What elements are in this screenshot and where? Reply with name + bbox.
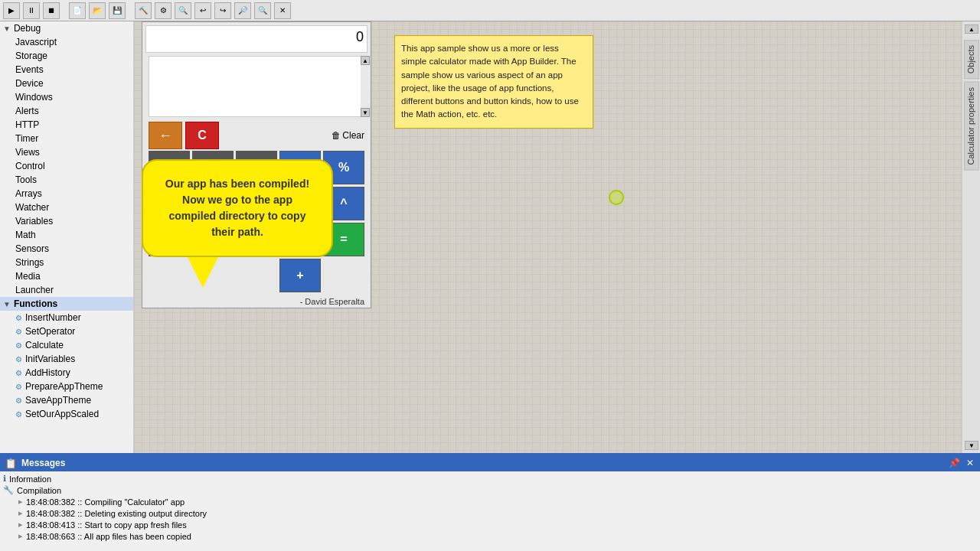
toolbar-btn-pause[interactable]: ⏸ [23, 2, 40, 19]
messages-icon: 📋 [5, 458, 17, 469]
toolbar-btn-close[interactable]: ✕ [274, 2, 291, 19]
sidebar-item-setourappscaled[interactable]: ⚙ SetOurAppScaled [0, 407, 133, 421]
sidebar-item-prepareapptheme[interactable]: ⚙ PrepareAppTheme [0, 380, 133, 393]
toolbar-btn-redo[interactable]: ↪ [214, 2, 231, 19]
messages-pin-btn[interactable]: 📌 [947, 458, 962, 468]
sidebar-label-control: Control [15, 161, 45, 171]
sidebar-label-sensors: Sensors [15, 243, 49, 254]
sidebar-item-windows[interactable]: Windows [0, 90, 133, 104]
sidebar-label-debug: Debug [14, 23, 41, 34]
messages-tab-information[interactable]: ℹ Information [3, 473, 977, 484]
sidebar-item-variables[interactable]: Variables [0, 214, 133, 228]
right-scroll-up[interactable]: ▲ [965, 24, 978, 34]
func-icon-setoperator: ⚙ [15, 328, 22, 336]
speech-bubble: Our app has been compiled!Now we go to t… [142, 159, 333, 288]
sidebar-item-debug[interactable]: ▼ Debug [0, 21, 133, 35]
toolbar-btn-new[interactable]: 📄 [69, 2, 86, 19]
sidebar-label-calculate: Calculate [25, 340, 64, 350]
sidebar-item-calculate[interactable]: ⚙ Calculate [0, 338, 133, 352]
msg-line-3: ▸ 18:48:08:413 :: Start to copy app fres… [3, 519, 977, 530]
sidebar-item-setoperator[interactable]: ⚙ SetOperator [0, 324, 133, 338]
sidebar-label-http: HTTP [15, 119, 39, 130]
expand-functions-icon: ▼ [3, 300, 11, 308]
sidebar-item-media[interactable]: Media [0, 269, 133, 283]
sidebar-label-variables: Variables [15, 216, 53, 227]
msg-text-2: 18:48:08:382 :: Deleting existing output… [26, 509, 207, 518]
sidebar: ▼ Debug Javascript Storage Events Device… [0, 21, 134, 453]
msg-line-4: ▸ 18:48:08:663 :: All app files has been… [3, 530, 977, 542]
calc-display-value: 0 [356, 29, 364, 44]
back-icon: ← [158, 128, 172, 144]
toolbar-btn-build[interactable]: 🔨 [135, 2, 152, 19]
messages-panel: 📋 Messages 📌 ✕ ℹ Information 🔧 Compilati… [0, 453, 980, 551]
msg-bullet-1: ▸ [18, 497, 23, 507]
sidebar-item-addhistory[interactable]: ⚙ AddHistory [0, 366, 133, 380]
information-label: Information [9, 474, 51, 484]
toolbar-btn-settings[interactable]: ⚙ [155, 2, 172, 19]
toolbar-btn-search[interactable]: 🔍 [175, 2, 191, 19]
sidebar-item-timer[interactable]: Timer [0, 132, 133, 145]
sidebar-item-tools[interactable]: Tools [0, 173, 133, 187]
msg-text-3: 18:48:08:413 :: Start to copy app fresh … [26, 520, 187, 530]
msg-bullet-2: ▸ [18, 508, 23, 518]
sidebar-item-arrays[interactable]: Arrays [0, 187, 133, 201]
sidebar-label-timer: Timer [15, 133, 38, 144]
sidebar-item-storage[interactable]: Storage [0, 49, 133, 63]
toolbar-btn-save[interactable]: 💾 [109, 2, 126, 19]
right-tab-properties[interactable]: Calculator properties [964, 82, 979, 171]
clear-link[interactable]: 🗑 Clear [332, 130, 364, 141]
sidebar-item-saveapptheme[interactable]: ⚙ SaveAppTheme [0, 393, 133, 407]
clear-row: ← C 🗑 Clear [142, 120, 371, 151]
messages-tab-compilation[interactable]: 🔧 Compilation [3, 484, 977, 496]
sidebar-item-javascript[interactable]: Javascript [0, 35, 133, 49]
sidebar-label-setoperator: SetOperator [25, 326, 75, 337]
clear-link-label: Clear [342, 130, 364, 141]
sidebar-item-math[interactable]: Math [0, 228, 133, 242]
toolbar-btn-zoom-in[interactable]: 🔎 [234, 2, 251, 19]
func-icon-calculate: ⚙ [15, 341, 22, 350]
sidebar-label-device: Device [15, 78, 44, 89]
sidebar-item-views[interactable]: Views [0, 145, 133, 159]
toolbar-btn-undo[interactable]: ↩ [194, 2, 211, 19]
toolbar-btn-run[interactable]: ▶ [3, 2, 20, 19]
calc-display: 0 [145, 25, 368, 53]
main-area: ▼ Debug Javascript Storage Events Device… [0, 21, 980, 453]
sidebar-item-launcher[interactable]: Launcher [0, 283, 133, 297]
func-icon-initvariables: ⚙ [15, 355, 22, 364]
sidebar-label-prepareapptheme: PrepareAppTheme [25, 381, 103, 392]
sidebar-item-alerts[interactable]: Alerts [0, 104, 133, 118]
func-icon-addhistory: ⚙ [15, 369, 22, 377]
sidebar-item-strings[interactable]: Strings [0, 256, 133, 269]
messages-header: 📋 Messages 📌 ✕ [0, 455, 980, 471]
clear-label: C [198, 129, 207, 142]
toolbar-btn-stop[interactable]: ⏹ [43, 2, 60, 19]
bubble-tail [188, 257, 218, 288]
bubble-text: Our app has been compiled!Now we go to t… [142, 159, 333, 257]
sidebar-item-sensors[interactable]: Sensors [0, 242, 133, 256]
sidebar-item-control[interactable]: Control [0, 159, 133, 173]
right-tab-objects[interactable]: Objects [964, 40, 979, 79]
right-scroll-down[interactable]: ▼ [965, 441, 978, 450]
sidebar-item-initvariables[interactable]: ⚙ InitVariables [0, 352, 133, 366]
sidebar-item-insertnumber[interactable]: ⚙ InsertNumber [0, 311, 133, 324]
toolbar-btn-zoom-out[interactable]: 🔍 [254, 2, 271, 19]
msg-line-2: ▸ 18:48:08:382 :: Deleting existing outp… [3, 507, 977, 519]
sidebar-item-http[interactable]: HTTP [0, 118, 133, 132]
sidebar-item-device[interactable]: Device [0, 77, 133, 90]
sidebar-item-events[interactable]: Events [0, 63, 133, 77]
sidebar-item-functions[interactable]: ▼ Functions [0, 297, 133, 311]
scroll-down-btn[interactable]: ▼ [361, 108, 370, 117]
sidebar-label-math: Math [15, 230, 36, 240]
info-tooltip-text: This app sample show us a more or less s… [401, 44, 579, 119]
toolbar-btn-open[interactable]: 📂 [89, 2, 106, 19]
sidebar-label-alerts: Alerts [15, 106, 39, 116]
scroll-up-btn[interactable]: ▲ [361, 56, 370, 65]
messages-title: Messages [21, 458, 65, 468]
msg-text-1: 18:48:08:382 :: Compiling "Calculator" a… [26, 497, 185, 507]
back-button[interactable]: ← [149, 122, 182, 149]
sidebar-label-addhistory: AddHistory [25, 367, 70, 378]
sidebar-item-watcher[interactable]: Watcher [0, 201, 133, 214]
sidebar-label-javascript: Javascript [15, 37, 57, 47]
clear-button[interactable]: C [185, 122, 219, 149]
messages-close-btn[interactable]: ✕ [965, 458, 975, 468]
